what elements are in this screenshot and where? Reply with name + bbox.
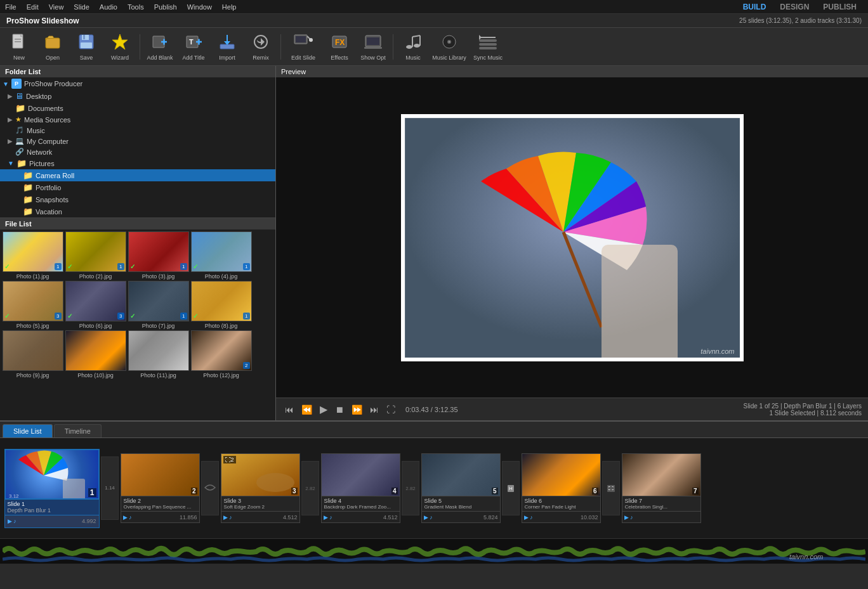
svg-rect-6 (82, 35, 89, 40)
folder-desktop[interactable]: ▶ 🖥 Desktop (0, 90, 275, 102)
slide-item-3[interactable]: ⛶2 3 Slide 3 Soft Edge Zoom 2 ▶ ♪ 4.512 (219, 453, 301, 523)
slide-2-icons: ▶ ♪ (123, 514, 132, 521)
rewind-button[interactable]: ⏪ (299, 403, 315, 416)
wizard-button[interactable]: Wizard (103, 30, 136, 63)
frame-forward-button[interactable]: ⏩ (349, 403, 365, 416)
svg-rect-45 (602, 245, 678, 361)
file-photo-6[interactable]: ✓ 3 Photo (6).jpg (65, 281, 126, 329)
edit-slide-button[interactable]: Edit Slide (284, 30, 322, 63)
file-photo-8[interactable]: ✓ 1 Photo (8).jpg (190, 281, 252, 329)
folder-music[interactable]: ▶ 🎵 Music (0, 125, 275, 136)
photo-8-badge: 1 (243, 313, 249, 320)
svg-rect-28 (367, 37, 379, 45)
show-opt-button[interactable]: Show Opt (357, 30, 390, 63)
file-photo-4[interactable]: ✓ 1 Photo (4).jpg (190, 231, 252, 280)
menu-edit[interactable]: Edit (22, 2, 44, 12)
transition-2[interactable] (201, 461, 219, 515)
file-photo-12[interactable]: 2 Photo (12).jpg (190, 330, 252, 379)
svg-rect-8 (81, 42, 92, 48)
import-button[interactable]: Import (211, 30, 244, 63)
folder-portfolio[interactable]: ▶ 📁 Portfolio (0, 181, 275, 193)
music-folder-icon: 🎵 (15, 126, 24, 134)
folder-vacation[interactable]: ▶ 📁 Vacation (0, 205, 275, 217)
slide-item-2[interactable]: 2 Slide 2 Overlapping Pan Sequence ... ▶… (119, 453, 201, 523)
transition-4-label: 2.82 (405, 486, 416, 491)
photo-8-check: ✓ (193, 313, 198, 320)
fullscreen-button[interactable]: ⛶ (384, 403, 398, 416)
photo-5-name: Photo (5).jpg (3, 323, 63, 329)
mode-build-button[interactable]: BUILD (737, 3, 773, 11)
svg-rect-17 (220, 44, 234, 49)
svg-marker-9 (112, 34, 128, 49)
play-button[interactable]: ▶ (317, 402, 330, 417)
folder-documents[interactable]: ▶ 📁 Documents (0, 102, 275, 114)
file-photo-5[interactable]: ✓ 3 Photo (5).jpg (2, 281, 63, 329)
open-button[interactable]: Open (36, 30, 69, 63)
snapshots-icon: 📁 (23, 195, 33, 204)
folder-snapshots[interactable]: ▶ 📁 Snapshots (0, 193, 275, 205)
transition-2-icon (204, 481, 216, 494)
stop-button[interactable]: ⏹ (332, 403, 346, 416)
menu-publish[interactable]: Publish (149, 2, 182, 12)
folder-pictures[interactable]: ▼ 📁 Pictures (0, 157, 275, 169)
tab-slide-list[interactable]: Slide List (3, 424, 53, 437)
add-blank-label: Add Blank (147, 55, 173, 61)
transition-5[interactable]: H (502, 461, 520, 515)
file-photo-9[interactable]: Photo (9).jpg (2, 330, 63, 379)
menu-view[interactable]: View (44, 2, 69, 12)
folder-my-computer[interactable]: ▶ 💻 My Computer (0, 136, 275, 146)
skip-to-end-button[interactable]: ⏭ (367, 403, 381, 416)
slide-6-icons: ▶ ♪ (524, 514, 533, 521)
mode-design-button[interactable]: DESIGN (773, 3, 815, 11)
effects-button[interactable]: FX Effects (323, 30, 356, 63)
slide-item-6[interactable]: 6 Slide 6 Corner Pan Fade Light ▶ ♪ 10.0… (520, 453, 602, 523)
slide-4-number: 4 (391, 488, 398, 495)
folder-camera-roll-label: Camera Roll (36, 172, 74, 179)
remix-button[interactable]: Remix (244, 30, 277, 63)
slide-item-1[interactable]: 3.12 1 Slide 1 Depth Pan Blur 1 ▶ ♪ 4.99… (3, 449, 101, 528)
photo-9-name: Photo (9).jpg (3, 372, 63, 379)
file-photo-1[interactable]: ✓ 1 Photo (1).jpg (2, 231, 63, 280)
folder-media-sources[interactable]: ▶ ★ Media Sources (0, 114, 275, 125)
folder-network[interactable]: ▶ 🔗 Network (0, 146, 275, 157)
file-photo-3[interactable]: ✓ 1 Photo (3).jpg (128, 231, 189, 280)
folder-proshow-producer[interactable]: ▼ P ProShow Producer (0, 77, 275, 90)
menu-file[interactable]: File (0, 2, 22, 12)
transition-3[interactable]: 2.82 (301, 461, 319, 515)
slide-item-5[interactable]: 5 Slide 5 Gradient Mask Blend ▶ ♪ 5.824 (419, 453, 502, 523)
sync-music-button[interactable]: Sync Music (469, 30, 507, 63)
file-photo-2[interactable]: ✓ 1 Photo (2).jpg (65, 231, 126, 280)
tab-timeline[interactable]: Timeline (54, 424, 102, 437)
camera-roll-icon: 📁 (23, 171, 33, 180)
new-button[interactable]: New (3, 30, 36, 63)
add-title-button[interactable]: T Add Title (177, 30, 210, 63)
menu-tools[interactable]: Tools (122, 2, 149, 12)
file-photo-7[interactable]: ✓ 1 Photo (7).jpg (128, 281, 189, 329)
menu-help[interactable]: Help (217, 2, 242, 12)
music-icon (404, 33, 422, 53)
transition-6[interactable]: ⛶ (602, 461, 620, 515)
slide-item-7[interactable]: 7 Slide 7 Celebration Singl... ▶ ♪ (620, 453, 702, 523)
transition-1-label: 1.14 (105, 485, 115, 491)
menu-audio[interactable]: Audio (95, 2, 122, 12)
mode-publish-button[interactable]: PUBLISH (817, 3, 863, 11)
skip-to-start-button[interactable]: ⏮ (282, 403, 296, 416)
transition-4[interactable]: 2.82 (402, 461, 419, 515)
transition-1[interactable]: 1.14 (101, 456, 119, 520)
menu-window[interactable]: Window (182, 2, 217, 12)
slide-item-4[interactable]: 4 Slide 4 Backdrop Dark Framed Zoo... ▶ … (319, 453, 402, 523)
slide-5-label: Slide 5 (424, 498, 497, 504)
music-library-button[interactable]: Music Library (430, 30, 468, 63)
menu-slide[interactable]: Slide (69, 2, 94, 12)
music-button[interactable]: Music (397, 30, 430, 63)
slide-3-icons: ▶ ♪ (223, 514, 232, 521)
svg-rect-2 (15, 39, 21, 40)
documents-icon: 📁 (15, 103, 25, 113)
add-blank-button[interactable]: Add Blank (143, 30, 176, 63)
slide-6-sublabel: Corner Pan Fade Light (525, 504, 598, 510)
folder-camera-roll[interactable]: ▶ 📁 Camera Roll (0, 169, 275, 181)
file-photo-10[interactable]: Photo (10).jpg (65, 330, 126, 379)
svg-rect-29 (364, 47, 382, 49)
file-photo-11[interactable]: Photo (11).jpg (128, 330, 189, 379)
save-button[interactable]: Save (70, 30, 103, 63)
